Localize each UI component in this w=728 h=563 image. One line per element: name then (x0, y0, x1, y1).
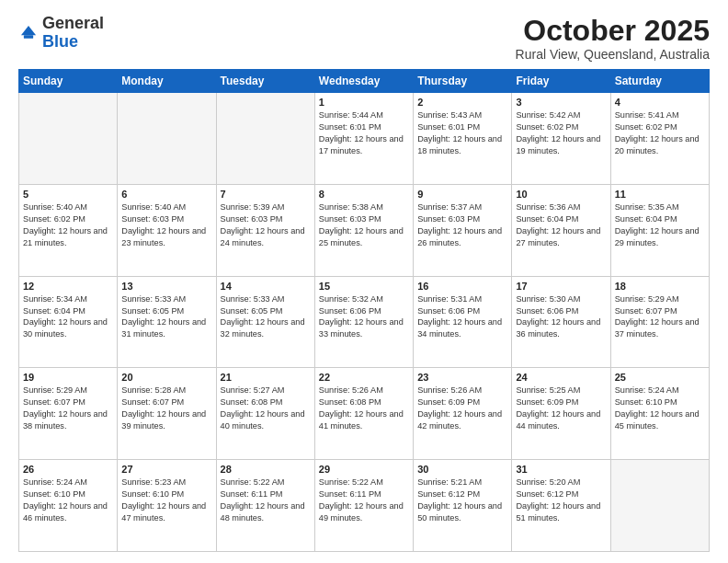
day-number: 30 (417, 464, 507, 475)
daylight-text: Daylight: 12 hours and 31 minutes. (121, 317, 206, 339)
day-number: 18 (615, 281, 705, 292)
day-cell-26: 26Sunrise: 5:24 AMSunset: 6:10 PMDayligh… (19, 460, 118, 552)
day-info: Sunrise: 5:34 AMSunset: 6:04 PMDaylight:… (23, 293, 113, 341)
daylight-text: Daylight: 12 hours and 39 minutes. (121, 409, 206, 431)
daylight-text: Daylight: 12 hours and 46 minutes. (23, 501, 108, 523)
day-number: 28 (221, 464, 311, 475)
sunset-text: Sunset: 6:02 PM (615, 122, 677, 132)
sunrise-text: Sunrise: 5:36 AM (516, 202, 580, 212)
weekday-header-saturday: Saturday (610, 70, 709, 93)
day-cell-31: 31Sunrise: 5:20 AMSunset: 6:12 PMDayligh… (512, 460, 610, 552)
sunset-text: Sunset: 6:01 PM (319, 122, 381, 132)
day-cell-5: 5Sunrise: 5:40 AMSunset: 6:02 PMDaylight… (19, 184, 118, 276)
sunrise-text: Sunrise: 5:26 AM (417, 385, 482, 395)
day-cell-15: 15Sunrise: 5:32 AMSunset: 6:06 PMDayligh… (314, 276, 413, 368)
day-number: 25 (615, 372, 705, 383)
daylight-text: Daylight: 12 hours and 51 minutes. (516, 501, 600, 523)
daylight-text: Daylight: 12 hours and 38 minutes. (23, 409, 108, 431)
day-info: Sunrise: 5:36 AMSunset: 6:04 PMDaylight:… (516, 201, 606, 249)
day-number: 14 (221, 281, 311, 292)
day-number: 5 (23, 189, 113, 200)
sunrise-text: Sunrise: 5:38 AM (319, 202, 383, 212)
day-info: Sunrise: 5:40 AMSunset: 6:02 PMDaylight:… (23, 201, 113, 249)
daylight-text: Daylight: 12 hours and 32 minutes. (221, 317, 305, 339)
day-info: Sunrise: 5:42 AMSunset: 6:02 PMDaylight:… (516, 109, 606, 157)
daylight-text: Daylight: 12 hours and 37 minutes. (615, 317, 700, 339)
day-info: Sunrise: 5:20 AMSunset: 6:12 PMDaylight:… (516, 477, 606, 524)
daylight-text: Daylight: 12 hours and 42 minutes. (417, 409, 502, 431)
day-cell-22: 22Sunrise: 5:26 AMSunset: 6:08 PMDayligh… (314, 368, 413, 460)
day-info: Sunrise: 5:35 AMSunset: 6:04 PMDaylight:… (615, 201, 705, 249)
sunset-text: Sunset: 6:03 PM (319, 214, 381, 224)
day-info: Sunrise: 5:41 AMSunset: 6:02 PMDaylight:… (615, 109, 705, 157)
sunrise-text: Sunrise: 5:40 AM (23, 202, 87, 212)
day-number: 1 (319, 97, 409, 108)
day-info: Sunrise: 5:24 AMSunset: 6:10 PMDaylight:… (23, 477, 113, 524)
day-cell-11: 11Sunrise: 5:35 AMSunset: 6:04 PMDayligh… (610, 184, 709, 276)
sunrise-text: Sunrise: 5:33 AM (121, 294, 186, 304)
day-cell-6: 6Sunrise: 5:40 AMSunset: 6:03 PMDaylight… (118, 184, 216, 276)
sunrise-text: Sunrise: 5:37 AM (417, 202, 482, 212)
day-cell-18: 18Sunrise: 5:29 AMSunset: 6:07 PMDayligh… (610, 276, 709, 368)
empty-cell (610, 460, 709, 552)
sunset-text: Sunset: 6:07 PM (121, 397, 184, 407)
sunset-text: Sunset: 6:11 PM (319, 489, 381, 499)
sunset-text: Sunset: 6:04 PM (615, 214, 677, 224)
day-cell-17: 17Sunrise: 5:30 AMSunset: 6:06 PMDayligh… (512, 276, 610, 368)
page: General Blue October 2025 Rural View, Qu… (0, 0, 728, 563)
sunrise-text: Sunrise: 5:42 AM (516, 110, 580, 120)
sunrise-text: Sunrise: 5:22 AM (319, 477, 383, 487)
title-block: October 2025 Rural View, Queensland, Aus… (516, 15, 710, 62)
day-info: Sunrise: 5:31 AMSunset: 6:06 PMDaylight:… (417, 293, 507, 341)
daylight-text: Daylight: 12 hours and 18 minutes. (417, 134, 502, 155)
weekday-header-thursday: Thursday (414, 70, 512, 93)
daylight-text: Daylight: 12 hours and 19 minutes. (516, 134, 600, 155)
empty-cell (19, 93, 118, 185)
sunset-text: Sunset: 6:08 PM (319, 397, 381, 407)
sunset-text: Sunset: 6:08 PM (221, 397, 283, 407)
sunrise-text: Sunrise: 5:30 AM (516, 294, 580, 304)
daylight-text: Daylight: 12 hours and 45 minutes. (615, 409, 700, 431)
day-info: Sunrise: 5:32 AMSunset: 6:06 PMDaylight:… (319, 293, 409, 341)
day-cell-12: 12Sunrise: 5:34 AMSunset: 6:04 PMDayligh… (19, 276, 118, 368)
day-cell-23: 23Sunrise: 5:26 AMSunset: 6:09 PMDayligh… (414, 368, 512, 460)
sunset-text: Sunset: 6:10 PM (23, 489, 85, 499)
day-number: 7 (221, 189, 311, 200)
day-info: Sunrise: 5:43 AMSunset: 6:01 PMDaylight:… (417, 109, 507, 157)
daylight-text: Daylight: 12 hours and 30 minutes. (23, 317, 108, 339)
sunset-text: Sunset: 6:05 PM (121, 306, 184, 316)
sunrise-text: Sunrise: 5:20 AM (516, 477, 580, 487)
sunrise-text: Sunrise: 5:24 AM (615, 385, 679, 395)
svg-marker-0 (21, 26, 36, 35)
sunrise-text: Sunrise: 5:24 AM (23, 477, 87, 487)
day-cell-24: 24Sunrise: 5:25 AMSunset: 6:09 PMDayligh… (512, 368, 610, 460)
sunset-text: Sunset: 6:10 PM (121, 489, 184, 499)
sunrise-text: Sunrise: 5:25 AM (516, 385, 580, 395)
day-number: 27 (121, 464, 211, 475)
daylight-text: Daylight: 12 hours and 36 minutes. (516, 317, 600, 339)
sunrise-text: Sunrise: 5:23 AM (121, 477, 186, 487)
sunrise-text: Sunrise: 5:29 AM (23, 385, 87, 395)
day-cell-7: 7Sunrise: 5:39 AMSunset: 6:03 PMDaylight… (216, 184, 314, 276)
day-number: 13 (121, 281, 211, 292)
sunset-text: Sunset: 6:11 PM (221, 489, 283, 499)
day-info: Sunrise: 5:29 AMSunset: 6:07 PMDaylight:… (615, 293, 705, 341)
day-info: Sunrise: 5:37 AMSunset: 6:03 PMDaylight:… (417, 201, 507, 249)
day-number: 8 (319, 189, 409, 200)
day-info: Sunrise: 5:24 AMSunset: 6:10 PMDaylight:… (615, 385, 705, 432)
day-cell-20: 20Sunrise: 5:28 AMSunset: 6:07 PMDayligh… (118, 368, 216, 460)
daylight-text: Daylight: 12 hours and 34 minutes. (417, 317, 502, 339)
logo-general-text: General (42, 14, 104, 32)
sunrise-text: Sunrise: 5:28 AM (121, 385, 186, 395)
day-number: 15 (319, 281, 409, 292)
day-cell-16: 16Sunrise: 5:31 AMSunset: 6:06 PMDayligh… (414, 276, 512, 368)
day-number: 29 (319, 464, 409, 475)
daylight-text: Daylight: 12 hours and 48 minutes. (221, 501, 305, 523)
day-cell-25: 25Sunrise: 5:24 AMSunset: 6:10 PMDayligh… (610, 368, 709, 460)
sunset-text: Sunset: 6:03 PM (121, 214, 184, 224)
day-cell-21: 21Sunrise: 5:27 AMSunset: 6:08 PMDayligh… (216, 368, 314, 460)
day-info: Sunrise: 5:26 AMSunset: 6:08 PMDaylight:… (319, 385, 409, 432)
sunrise-text: Sunrise: 5:34 AM (23, 294, 87, 304)
day-info: Sunrise: 5:27 AMSunset: 6:08 PMDaylight:… (221, 385, 311, 432)
daylight-text: Daylight: 12 hours and 17 minutes. (319, 134, 404, 155)
